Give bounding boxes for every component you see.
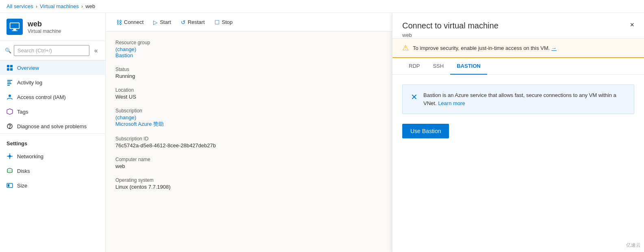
access-control-icon — [7, 94, 13, 100]
resource-group-section: Resource group (change) Bastion — [115, 40, 382, 58]
search-input[interactable] — [14, 45, 89, 56]
svg-rect-11 — [7, 85, 10, 86]
location-label: Location — [115, 87, 382, 93]
stop-button[interactable]: ☐ Stop — [210, 17, 237, 28]
location-value: West US — [115, 94, 382, 100]
resource-group-name-link[interactable]: Bastion — [115, 52, 133, 58]
svg-point-12 — [9, 95, 11, 97]
collapse-button[interactable]: « — [92, 46, 100, 55]
svg-rect-6 — [7, 68, 9, 71]
warning-banner: ⚠ To improve security, enable just-in-ti… — [392, 39, 644, 58]
connect-panel: Connect to virtual machine web × ⚠ To im… — [392, 13, 644, 252]
warning-text: To improve security, enable just-in-time… — [413, 45, 557, 51]
svg-point-16 — [9, 155, 11, 157]
details-pane: Resource group (change) Bastion Status R… — [106, 32, 392, 252]
svg-rect-9 — [7, 82, 11, 82]
search-icon: 🔍 — [5, 47, 11, 54]
sidebar-item-activity-log-label: Activity log — [17, 80, 42, 86]
close-button[interactable]: × — [630, 21, 634, 28]
tab-ssh[interactable]: SSH — [426, 58, 450, 75]
vm-header: web Virtual machine — [0, 13, 105, 41]
breadcrumb-current: web — [85, 3, 95, 9]
breadcrumb-all-services[interactable]: All services — [7, 3, 33, 9]
svg-rect-4 — [7, 65, 9, 67]
bastion-service-icon: ✕ — [411, 92, 418, 102]
size-icon — [7, 182, 13, 189]
sidebar-item-networking-label: Networking — [17, 153, 43, 159]
tags-icon — [7, 108, 13, 115]
start-icon: ▷ — [153, 19, 158, 26]
toolbar: ⛓ Connect ▷ Start ↺ Restart ☐ Stop — [106, 13, 392, 32]
bastion-info-box: ✕ Bastion is an Azure service that allow… — [402, 84, 634, 114]
sidebar-item-activity-log[interactable]: Activity log — [0, 75, 105, 90]
breadcrumb-sep-2: › — [81, 3, 83, 9]
sidebar-item-overview-label: Overview — [17, 65, 39, 71]
diagnose-icon — [7, 123, 13, 129]
sidebar-item-size[interactable]: Size — [0, 178, 105, 193]
breadcrumb-sep-1: › — [36, 3, 37, 9]
computer-icon — [9, 21, 20, 32]
restart-icon: ↺ — [181, 19, 186, 26]
restart-button[interactable]: ↺ Restart — [177, 17, 209, 28]
os-label: Operating system — [115, 177, 382, 183]
resource-group-change-link[interactable]: (change) — [115, 46, 136, 52]
tab-rdp[interactable]: RDP — [402, 58, 426, 75]
sidebar: web Virtual machine 🔍 « Overview Activ — [0, 13, 106, 252]
vm-subtitle: Virtual machine — [28, 28, 61, 34]
sidebar-item-tags[interactable]: Tags — [0, 104, 105, 119]
svg-point-15 — [9, 128, 10, 129]
status-value: Running — [115, 73, 382, 79]
sidebar-item-diagnose[interactable]: Diagnose and solve problems — [0, 119, 105, 134]
os-section: Operating system Linux (centos 7.7.1908) — [115, 177, 382, 190]
location-section: Location West US — [115, 87, 382, 100]
os-value: Linux (centos 7.7.1908) — [115, 184, 382, 190]
svg-rect-3 — [12, 30, 17, 31]
subscription-change-link[interactable]: (change) — [115, 114, 136, 121]
status-section: Status Running — [115, 67, 382, 79]
start-button[interactable]: ▷ Start — [149, 17, 175, 28]
sidebar-item-access-control[interactable]: Access control (IAM) — [0, 90, 105, 104]
subscription-name-link[interactable]: Microsoft Azure 赞助 — [115, 121, 164, 127]
sidebar-item-overview[interactable]: Overview — [0, 60, 105, 75]
sidebar-item-size-label: Size — [17, 183, 27, 189]
warning-icon: ⚠ — [402, 43, 409, 52]
subscription-section: Subscription (change) Microsoft Azure 赞助 — [115, 108, 382, 128]
search-bar: 🔍 « — [0, 41, 105, 60]
connect-panel-title-area: Connect to virtual machine web — [402, 21, 499, 38]
vm-info: web Virtual machine — [28, 20, 61, 34]
warning-arrow-link[interactable]: → — [551, 45, 557, 51]
vm-icon — [7, 19, 23, 35]
subscription-label: Subscription — [115, 108, 382, 114]
svg-marker-13 — [7, 109, 13, 114]
learn-more-link[interactable]: Learn more — [438, 100, 465, 106]
breadcrumb-virtual-machines[interactable]: Virtual machines — [40, 3, 79, 9]
bastion-content: ✕ Bastion is an Azure service that allow… — [392, 75, 644, 252]
connect-panel-header: Connect to virtual machine web × — [392, 13, 644, 39]
sidebar-item-access-control-label: Access control (IAM) — [17, 94, 66, 100]
status-label: Status — [115, 67, 382, 72]
connect-panel-subtitle: web — [402, 32, 499, 38]
sidebar-item-disks-label: Disks — [17, 168, 30, 174]
disks-icon — [7, 168, 13, 174]
svg-rect-8 — [7, 80, 12, 81]
sidebar-item-disks[interactable]: Disks — [0, 164, 105, 178]
tab-bastion[interactable]: BASTION — [450, 58, 487, 75]
use-bastion-button[interactable]: Use Bastion — [402, 124, 449, 138]
sidebar-item-diagnose-label: Diagnose and solve problems — [17, 123, 87, 129]
svg-rect-7 — [10, 68, 13, 71]
nav-list: Overview Activity log Access control (IA… — [0, 60, 105, 252]
connect-button[interactable]: ⛓ Connect — [112, 17, 147, 28]
resource-group-label: Resource group — [115, 40, 382, 45]
stop-icon: ☐ — [215, 19, 220, 26]
subscription-id-value: 76c5742a-d5e8-4612-8cee-28b427deb27b — [115, 142, 382, 149]
overview-icon — [7, 65, 13, 71]
computer-name-section: Computer name web — [115, 157, 382, 169]
sidebar-item-tags-label: Tags — [17, 109, 28, 115]
svg-rect-5 — [10, 65, 13, 67]
computer-name-label: Computer name — [115, 157, 382, 162]
networking-icon — [7, 153, 13, 159]
watermark: 亿速云 — [626, 242, 641, 249]
svg-rect-1 — [11, 23, 19, 28]
computer-name-value: web — [115, 163, 382, 169]
sidebar-item-networking[interactable]: Networking — [0, 149, 105, 164]
